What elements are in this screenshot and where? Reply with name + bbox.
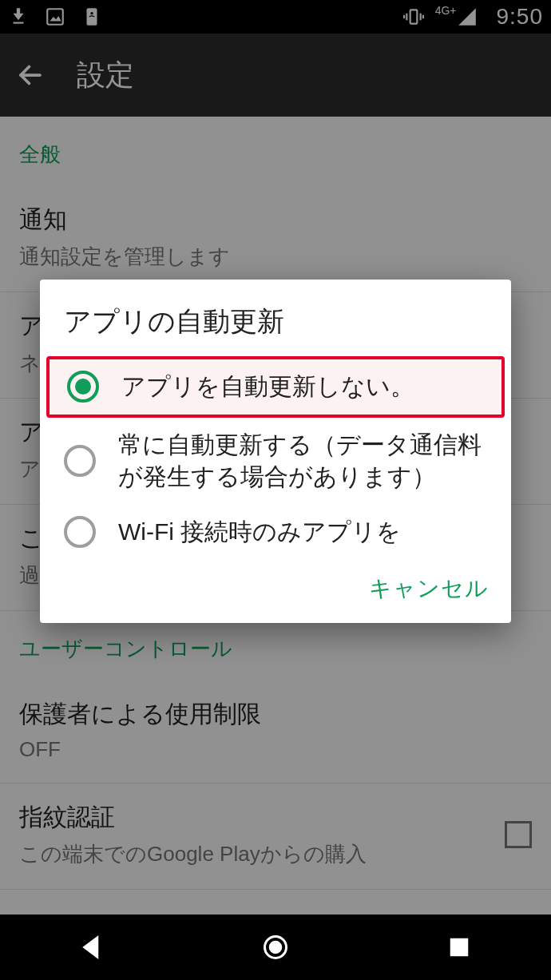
- option-label: アプリを自動更新しない。: [121, 371, 484, 403]
- option-always-auto-update[interactable]: 常に自動更新する（データ通信料が発生する場合があります）: [40, 418, 511, 505]
- cancel-button[interactable]: キャンセル: [369, 573, 489, 604]
- option-label: 常に自動更新する（データ通信料が発生する場合があります）: [118, 429, 487, 494]
- option-label: Wi-Fi 接続時のみアプリを: [118, 516, 487, 549]
- auto-update-dialog: アプリの自動更新 アプリを自動更新しない。 常に自動更新する（データ通信料が発生…: [40, 280, 511, 623]
- nav-back-icon[interactable]: [73, 928, 111, 966]
- svg-point-11: [270, 942, 282, 954]
- option-do-not-auto-update[interactable]: アプリを自動更新しない。: [46, 356, 505, 418]
- dialog-options: アプリを自動更新しない。 常に自動更新する（データ通信料が発生する場合があります…: [40, 356, 511, 559]
- radio-icon: [64, 516, 96, 548]
- nav-recents-icon[interactable]: [440, 928, 478, 966]
- system-nav-bar: [0, 915, 551, 980]
- radio-icon: [67, 371, 99, 403]
- nav-home-icon[interactable]: [256, 928, 295, 966]
- option-wifi-only[interactable]: Wi-Fi 接続時のみアプリを: [40, 505, 511, 560]
- svg-rect-12: [451, 939, 468, 956]
- radio-icon: [64, 445, 96, 477]
- dialog-title: アプリの自動更新: [40, 304, 511, 356]
